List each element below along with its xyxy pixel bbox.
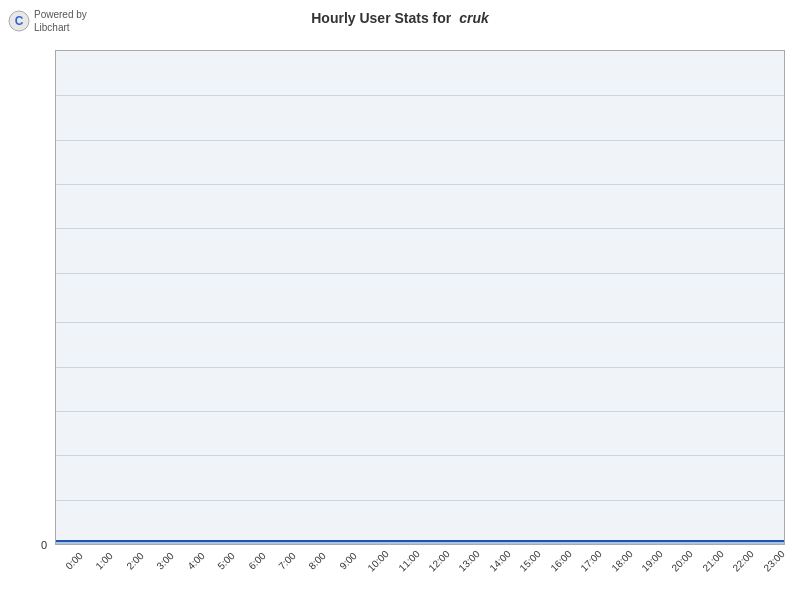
libchart-logo-icon: C <box>8 10 30 32</box>
chart-container: 0 0:00 1:00 <box>0 40 800 600</box>
chart-title: Hourly User Stats for cruk <box>0 0 800 31</box>
x-label-22: 22:00 <box>729 546 758 575</box>
x-label-19: 19:00 <box>637 546 666 575</box>
grid-lines <box>56 51 784 544</box>
grid-line <box>56 273 784 274</box>
y-label-zero: 0 <box>41 539 47 551</box>
x-label-1: 1:00 <box>90 546 119 575</box>
grid-line <box>56 184 784 185</box>
chart-area <box>55 50 785 545</box>
grid-line <box>56 500 784 501</box>
data-line <box>56 540 784 542</box>
x-label-21: 21:00 <box>698 546 727 575</box>
grid-line <box>56 228 784 229</box>
x-label-8: 8:00 <box>303 546 332 575</box>
grid-line <box>56 140 784 141</box>
x-label-10: 10:00 <box>364 546 393 575</box>
x-label-20: 20:00 <box>668 546 697 575</box>
svg-text:C: C <box>15 14 24 28</box>
x-label-3: 3:00 <box>151 546 180 575</box>
x-label-14: 14:00 <box>485 546 514 575</box>
grid-line <box>56 322 784 323</box>
chart-title-subject: cruk <box>459 10 489 26</box>
x-label-15: 15:00 <box>516 546 545 575</box>
powered-by-text: Powered by Libchart <box>34 8 87 34</box>
x-label-2: 2:00 <box>120 546 149 575</box>
grid-line <box>56 367 784 368</box>
grid-line <box>56 455 784 456</box>
x-label-6: 6:00 <box>242 546 271 575</box>
x-label-18: 18:00 <box>607 546 636 575</box>
powered-by-badge: C Powered by Libchart <box>8 8 87 34</box>
x-axis: 0:00 1:00 2:00 3:00 4:00 5:00 6:00 7:00 … <box>55 545 785 595</box>
x-label-5: 5:00 <box>212 546 241 575</box>
x-label-23: 23:00 <box>759 546 788 575</box>
x-label-13: 13:00 <box>455 546 484 575</box>
grid-line <box>56 411 784 412</box>
y-axis: 0 <box>0 50 55 545</box>
x-label-17: 17:00 <box>577 546 606 575</box>
grid-line <box>56 95 784 96</box>
x-label-7: 7:00 <box>272 546 301 575</box>
x-label-9: 9:00 <box>333 546 362 575</box>
x-label-12: 12:00 <box>425 546 454 575</box>
x-label-4: 4:00 <box>181 546 210 575</box>
app: C Powered by Libchart Hourly User Stats … <box>0 0 800 600</box>
x-label-16: 16:00 <box>546 546 575 575</box>
x-label-0: 0:00 <box>59 546 88 575</box>
chart-title-prefix: Hourly User Stats for <box>311 10 451 26</box>
x-label-11: 11:00 <box>394 546 423 575</box>
